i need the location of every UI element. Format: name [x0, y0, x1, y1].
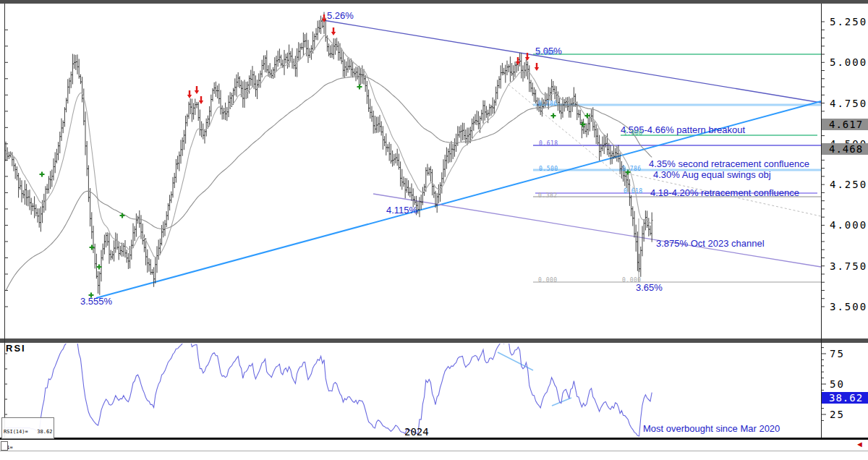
rsi-trendline-upper	[498, 352, 533, 370]
status-bar	[0, 451, 868, 460]
annotation-second-retracement-confluence: 4.35% second retracement confluence	[649, 158, 809, 169]
rsi-value-badge: 38.62	[822, 392, 868, 404]
fib-level-label: 0.786	[622, 166, 642, 172]
buy-marker-icon	[97, 265, 102, 270]
fib-level-label: 0.000	[622, 277, 642, 284]
fib-level-label: 0.000	[538, 277, 558, 284]
level-badge-4468: 4.468	[822, 143, 868, 155]
price-axis-label: 3.750	[830, 260, 867, 272]
buy-marker-icon	[585, 114, 590, 119]
pattern-edge-a	[509, 85, 641, 194]
fib-level-label: 1.000	[536, 50, 556, 56]
sell-arrow-icon	[195, 86, 199, 94]
rsi-info-line: RSI(14)= 38.62	[4, 430, 54, 435]
price-axis-label: 5.250	[830, 16, 867, 27]
fib-level-label: 0.500	[539, 166, 558, 172]
annotation-aug-equal-swings: 4.30% Aug equal swings obj	[653, 169, 771, 180]
sell-arrow-icon	[199, 96, 203, 104]
fib-level-label: 0.382	[538, 192, 558, 199]
rsi-info-box: RSI(14)= 38.62 T1= T7= T8=	[1, 417, 54, 439]
year-label: 2024	[404, 426, 429, 438]
annotation-low-4115: 4.115%	[386, 205, 417, 216]
price-axis-label: 4.750	[830, 98, 867, 109]
oct-2023-downtrend	[323, 20, 821, 103]
buy-marker-icon	[120, 213, 125, 218]
rsi-axis-label: 25	[830, 409, 845, 420]
level-badge-4617: 4.617	[822, 119, 868, 130]
sell-arrow-icon	[187, 90, 192, 98]
annotation-low-3555: 3.555%	[80, 296, 112, 307]
sell-arrow-icon	[331, 27, 336, 35]
price-axis-label: 3.500	[830, 301, 867, 312]
axis-ticks	[4, 22, 826, 420]
buy-marker-icon	[551, 114, 556, 119]
annotation-low-365: 3.65%	[636, 282, 663, 293]
fib-level-label: 1.000	[624, 130, 643, 137]
oct-2023-channel-lower	[373, 194, 821, 267]
rsi-curve	[6, 336, 652, 436]
cqg-chart-window: 5.26%5.05%4.595-4.66% pattern breakout4.…	[0, 0, 868, 460]
left-plot-border	[4, 4, 5, 439]
price-axis-border	[821, 4, 822, 440]
buy-marker-icon	[357, 85, 362, 90]
annotation-oct-2023-channel: 3.875% Oct 2023 channel	[656, 238, 765, 249]
buy-marker-icon	[40, 172, 45, 177]
annotation-retracement-confluence: 4.18-4.20% retracement confluence	[650, 187, 799, 198]
rsi-axis-label: 50	[830, 378, 845, 390]
fib-level-label: 0.786	[538, 101, 558, 107]
fib-level-label: 0.618	[624, 188, 643, 195]
rsi-info-line: T1=	[4, 446, 54, 451]
price-axis-label: 4.000	[830, 219, 867, 231]
trendlines[interactable]	[96, 20, 821, 406]
chart-canvas[interactable]	[0, 0, 868, 460]
price-axis-label: 5.000	[830, 56, 867, 68]
fib-level-label: 0.618	[539, 140, 558, 147]
rsi-study-label: RSI	[6, 343, 26, 354]
price-axis-label: 4.250	[830, 179, 867, 190]
time-axis[interactable]: JanFebMarAprMayJunJulAugSepOctNovDecJanF…	[0, 440, 868, 450]
axis-checkbox[interactable]	[1, 441, 8, 451]
rsi-axis-label: 75	[830, 348, 845, 359]
annotation-rsi-note: Most overbought since Mar 2020	[643, 423, 780, 434]
annotation-high-526: 5.26%	[327, 10, 354, 21]
sell-arrow-icon	[535, 63, 539, 71]
panel-divider[interactable]	[0, 338, 868, 343]
scroll-left-arrow-icon[interactable]: ◄	[856, 440, 864, 448]
